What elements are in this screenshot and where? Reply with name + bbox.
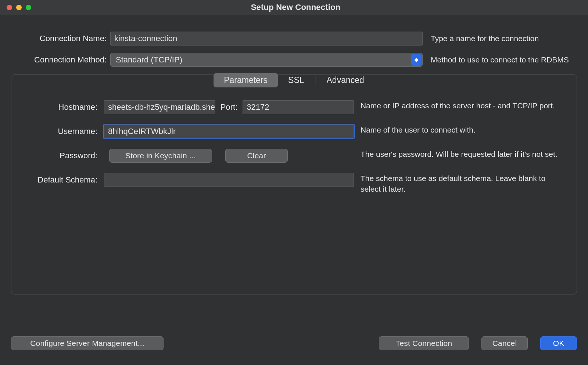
zoom-window-icon[interactable] bbox=[26, 5, 31, 10]
hostname-label: Hostname: bbox=[23, 100, 104, 112]
test-connection-button[interactable]: Test Connection bbox=[379, 336, 469, 350]
connection-name-hint: Type a name for the connection bbox=[423, 34, 577, 43]
bottom-action-bar: Configure Server Management... Test Conn… bbox=[11, 336, 577, 350]
password-label: Password: bbox=[23, 149, 104, 160]
connection-method-hint: Method to use to connect to the RDBMS bbox=[423, 55, 577, 64]
select-chevrons-icon bbox=[411, 54, 422, 66]
tab-advanced[interactable]: Advanced bbox=[316, 73, 374, 87]
tab-parameters[interactable]: Parameters bbox=[214, 73, 278, 87]
tab-separator bbox=[315, 76, 316, 85]
password-hint: The user's password. Will be requested l… bbox=[354, 149, 565, 159]
connection-method-label: Connection Method: bbox=[11, 55, 110, 65]
titlebar: Setup New Connection bbox=[0, 0, 588, 15]
connection-name-label: Connection Name: bbox=[11, 34, 110, 43]
minimize-window-icon[interactable] bbox=[16, 5, 22, 10]
window-controls bbox=[7, 5, 31, 10]
tabbar: Parameters SSL Advanced bbox=[214, 73, 374, 87]
connection-name-input[interactable] bbox=[110, 32, 423, 46]
default-schema-label: Default Schema: bbox=[23, 173, 104, 185]
tab-ssl[interactable]: SSL bbox=[278, 73, 314, 87]
parameters-group: Parameters SSL Advanced Hostname: Port: … bbox=[11, 74, 577, 294]
port-label: Port: bbox=[220, 102, 237, 112]
row-hostname: Hostname: Port: Name or IP address of th… bbox=[23, 100, 565, 114]
window-title: Setup New Connection bbox=[31, 3, 560, 12]
connection-method-select[interactable]: Standard (TCP/IP) bbox=[110, 53, 423, 67]
clear-password-button[interactable]: Clear bbox=[225, 149, 288, 163]
store-keychain-button[interactable]: Store in Keychain ... bbox=[109, 149, 212, 163]
default-schema-hint: The schema to use as default schema. Lea… bbox=[354, 173, 565, 195]
row-default-schema: Default Schema: The schema to use as def… bbox=[23, 173, 565, 195]
close-window-icon[interactable] bbox=[7, 5, 12, 10]
ok-button[interactable]: OK bbox=[540, 336, 577, 350]
row-username: Username: Name of the user to connect wi… bbox=[23, 124, 565, 138]
hostname-hint: Name or IP address of the server host - … bbox=[354, 100, 565, 111]
dialog-body: Connection Name: Type a name for the con… bbox=[0, 15, 588, 365]
row-password: Password: Store in Keychain ... Clear Th… bbox=[23, 149, 565, 163]
cancel-button[interactable]: Cancel bbox=[481, 336, 528, 350]
username-input[interactable] bbox=[104, 124, 354, 138]
row-connection-name: Connection Name: Type a name for the con… bbox=[11, 32, 577, 46]
hostname-input[interactable] bbox=[104, 100, 215, 114]
default-schema-input[interactable] bbox=[104, 173, 354, 187]
row-connection-method: Connection Method: Standard (TCP/IP) Met… bbox=[11, 53, 577, 67]
connection-method-value: Standard (TCP/IP) bbox=[116, 55, 182, 65]
username-hint: Name of the user to connect with. bbox=[354, 124, 565, 135]
configure-server-management-button[interactable]: Configure Server Management... bbox=[11, 336, 164, 350]
port-input[interactable] bbox=[243, 100, 354, 114]
username-label: Username: bbox=[23, 124, 104, 136]
